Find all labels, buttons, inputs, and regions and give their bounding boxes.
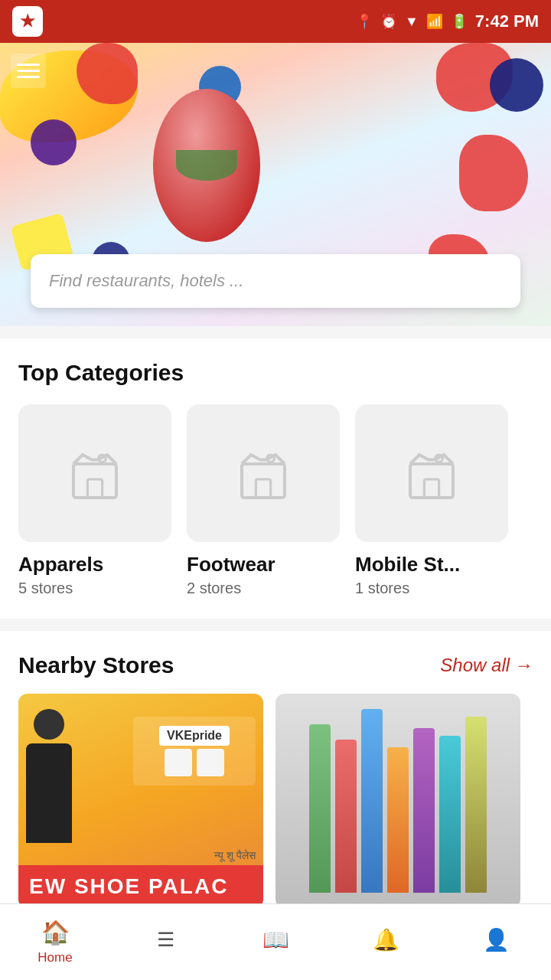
show-all-label: Show all [440, 655, 510, 676]
wifi-icon: ▼ [405, 14, 419, 30]
nearby-header: Nearby Stores Show all → [18, 652, 533, 678]
grocery-store-bg [276, 694, 520, 908]
svg-rect-8 [424, 479, 439, 498]
search-container[interactable]: Find restaurants, hotels ... [31, 254, 520, 308]
search-bar[interactable]: Find restaurants, hotels ... [31, 254, 520, 308]
menu-nav-icon: ☰ [157, 928, 174, 952]
store-icon-mobile [401, 443, 462, 504]
brand-area: VKEpride [133, 717, 256, 786]
status-bar: ★ 📍 ⏰ ▼ 📶 🔋 7:42 PM [0, 0, 551, 43]
top-categories-section: Top Categories Apparels 5 stores [0, 338, 551, 619]
store-icon-apparels [64, 443, 126, 504]
shelf-5 [413, 728, 435, 893]
menu-line-1 [17, 64, 40, 66]
category-name-footwear: Footwear [187, 553, 276, 577]
search-placeholder: Find restaurants, hotels ... [49, 271, 243, 291]
herb-dill [176, 150, 237, 181]
category-name-mobile: Mobile St... [355, 553, 460, 577]
category-img-footwear [187, 404, 340, 542]
shelf-7 [465, 717, 487, 893]
stores-row: VKEpride न्यू शू पैलेस EW SHOE PALAC [18, 694, 533, 908]
home-label: Home [37, 950, 72, 965]
brand-logo: VKEpride [159, 726, 230, 746]
category-img-apparels [18, 404, 171, 542]
home-icon: 🏠 [41, 919, 70, 946]
shelf-display [309, 709, 487, 893]
battery-icon: 🔋 [451, 13, 468, 30]
shelf-4 [387, 747, 409, 893]
catalog-icon: 📖 [262, 927, 289, 952]
nav-notifications[interactable]: 🔔 [331, 927, 441, 957]
alarm-icon: ⏰ [380, 13, 397, 30]
store-icon-footwear [233, 443, 294, 504]
nav-menu[interactable]: ☰ [110, 928, 220, 956]
svg-rect-3 [242, 464, 285, 498]
app-icon: ★ [12, 6, 43, 37]
status-right: 📍 ⏰ ▼ 📶 🔋 7:42 PM [356, 11, 539, 31]
fruit-strawberry-3 [459, 135, 528, 211]
bell-icon: 🔔 [373, 927, 399, 952]
menu-line-3 [17, 76, 40, 78]
time-display: 7:42 PM [475, 11, 539, 31]
shelf-2 [335, 740, 357, 893]
shelf-3 [361, 709, 383, 893]
hero-section: Find restaurants, hotels ... [0, 43, 551, 326]
person-head [34, 709, 64, 740]
signal-icon: 📶 [426, 13, 443, 30]
category-img-mobile [355, 404, 508, 542]
fruit-bowl [153, 89, 260, 242]
category-count-apparels: 5 stores [18, 580, 73, 597]
brand-icon-2 [197, 749, 224, 776]
show-all-arrow: → [514, 655, 533, 676]
status-left: ★ [12, 6, 43, 37]
menu-line-2 [17, 70, 40, 72]
shoe-store-bg: VKEpride न्यू शू पैलेस EW SHOE PALAC [18, 694, 263, 908]
svg-rect-0 [73, 464, 116, 498]
profile-icon: 👤 [483, 927, 510, 952]
shelf-6 [439, 736, 461, 893]
person-silhouette [26, 709, 103, 862]
shelf-1 [309, 724, 331, 893]
nearby-title: Nearby Stores [18, 652, 174, 678]
svg-rect-5 [256, 479, 270, 498]
nav-profile[interactable]: 👤 [441, 927, 551, 957]
category-name-apparels: Apparels [18, 553, 103, 577]
fruit-blueberry-1 [490, 58, 543, 112]
location-icon: 📍 [356, 13, 373, 30]
categories-row: Apparels 5 stores Footwear 2 stores [18, 404, 533, 597]
app-star: ★ [20, 11, 35, 31]
menu-button[interactable] [11, 54, 46, 88]
nav-catalog[interactable]: 📖 [220, 927, 331, 957]
store-sign-text: EW SHOE PALAC [29, 874, 228, 898]
svg-rect-2 [87, 479, 102, 498]
bottom-navigation: 🏠 Home ☰ 📖 🔔 👤 [0, 903, 551, 980]
store-card-shoe[interactable]: VKEpride न्यू शू पैलेस EW SHOE PALAC [18, 694, 263, 908]
person-body [26, 743, 72, 843]
hindi-text: न्यू शू पैलेस [214, 849, 256, 862]
category-count-mobile: 1 stores [355, 580, 409, 597]
store-card-grocery[interactable] [276, 694, 520, 908]
category-card-mobile[interactable]: Mobile St... 1 stores [355, 404, 508, 597]
svg-rect-6 [410, 464, 453, 498]
fruit-blackberry [31, 119, 77, 165]
category-card-apparels[interactable]: Apparels 5 stores [18, 404, 171, 597]
category-count-footwear: 2 stores [187, 580, 241, 597]
store-sign: EW SHOE PALAC [18, 865, 263, 908]
categories-title: Top Categories [18, 360, 533, 386]
nav-home[interactable]: 🏠 Home [0, 919, 110, 965]
brand-icon-1 [165, 749, 192, 776]
show-all-link[interactable]: Show all → [440, 655, 533, 676]
brand-icons [165, 749, 224, 776]
category-card-footwear[interactable]: Footwear 2 stores [187, 404, 340, 597]
